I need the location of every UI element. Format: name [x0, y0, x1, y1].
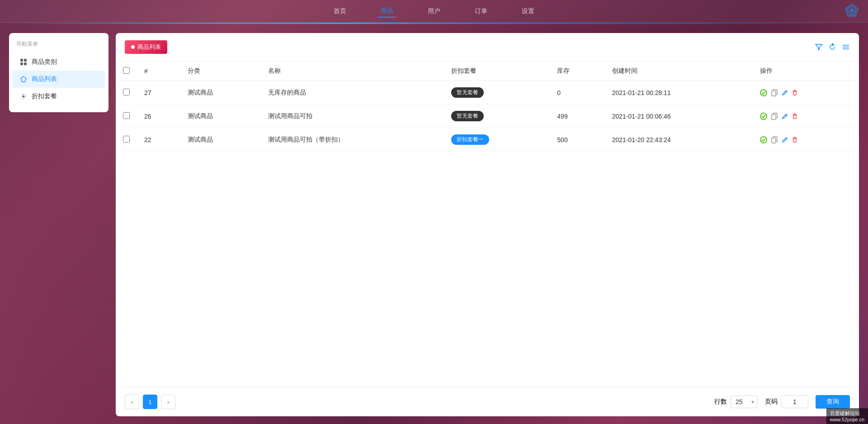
svg-rect-6 [24, 62, 27, 65]
col-header-discount: 折扣套餐 [444, 62, 550, 81]
content-area: 商品列表 [116, 33, 859, 416]
row-discount: 折扣套餐一 [444, 128, 550, 152]
row-id: 27 [137, 81, 180, 105]
row-actions-cell [753, 105, 859, 128]
table-row: 27 测试商品 无库存的商品 暂无套餐 0 2021-01-21 00:28:1… [116, 81, 859, 105]
query-button[interactable]: 查询 [816, 395, 850, 409]
row-checkbox-cell [116, 81, 137, 105]
next-page-btn[interactable]: › [161, 395, 175, 409]
approve-icon[interactable] [760, 113, 767, 120]
sidebar-item-products[interactable]: 商品列表 [13, 71, 105, 88]
row-checkbox-2[interactable] [123, 136, 130, 143]
sidebar: 导航菜单 商品类别 商品列表 [9, 33, 108, 112]
svg-marker-9 [832, 43, 834, 45]
edit-icon[interactable] [782, 137, 788, 143]
nav-item-products[interactable]: 商品 [377, 5, 397, 18]
nav-links: 首页 商品 用户 订单 设置 [330, 5, 538, 18]
col-header-name: 名称 [261, 62, 444, 81]
row-stock: 499 [550, 105, 604, 128]
page-controls: ‹ 1 › [125, 395, 175, 409]
row-size-dropdown[interactable]: 10 25 50 100 [731, 395, 758, 408]
row-discount: 暂无套餐 [444, 81, 550, 105]
table-title-badge: 商品列表 [125, 40, 167, 54]
filter-icon[interactable] [815, 43, 823, 51]
row-checkbox-1[interactable] [123, 112, 130, 119]
top-nav: 首页 商品 用户 订单 设置 [0, 0, 868, 23]
row-stock: 0 [550, 81, 604, 105]
row-category: 测试商品 [180, 105, 261, 128]
row-category: 测试商品 [180, 81, 261, 105]
pagination-area: ‹ 1 › 行数 10 25 50 100 ▼ 页码 [116, 387, 859, 416]
table-actions [815, 43, 850, 51]
data-table: # 分类 名称 折扣套餐 库存 创建时间 操作 27 测试商品 无库存的商品 [116, 62, 859, 387]
prev-page-btn[interactable]: ‹ [125, 395, 139, 409]
delete-icon[interactable] [792, 137, 798, 143]
col-header-category: 分类 [180, 62, 261, 81]
svg-point-23 [760, 137, 767, 143]
sidebar-title: 导航菜单 [9, 40, 108, 53]
nav-item-home[interactable]: 首页 [330, 5, 350, 17]
copy-icon[interactable] [771, 113, 778, 120]
table-row: 26 测试商品 测试用商品可拍 暂无套餐 499 2021-01-21 00:0… [116, 105, 859, 128]
nav-item-settings[interactable]: 设置 [518, 5, 538, 17]
sidebar-item-categories-label: 商品类别 [32, 58, 57, 66]
edit-icon[interactable] [782, 90, 788, 96]
nav-item-orders[interactable]: 订单 [471, 5, 491, 17]
svg-marker-2 [849, 8, 854, 13]
col-header-actions: 操作 [753, 62, 859, 81]
watermark: 百爱破解论坛 www.52pojie.cn [826, 408, 868, 424]
sidebar-item-products-label: 商品列表 [32, 75, 57, 83]
svg-rect-25 [772, 138, 776, 143]
discount-badge: 暂无套餐 [451, 111, 484, 121]
watermark-line2: www.52pojie.cn [830, 417, 864, 422]
copy-icon[interactable] [771, 89, 778, 96]
svg-marker-7 [21, 76, 26, 82]
row-name: 测试用商品可拍 [261, 105, 444, 128]
edit-icon[interactable] [782, 113, 788, 119]
row-id: 26 [137, 105, 180, 128]
refresh-icon[interactable] [828, 43, 836, 51]
grid-icon [20, 58, 27, 66]
select-all-checkbox[interactable] [123, 67, 130, 74]
sidebar-item-categories[interactable]: 商品类别 [13, 53, 105, 71]
delete-icon[interactable] [792, 113, 798, 119]
row-checkbox-cell [116, 105, 137, 128]
page-number-input[interactable] [781, 395, 808, 408]
main-layout: 导航菜单 商品类别 商品列表 [0, 24, 868, 424]
columns-icon[interactable] [842, 43, 850, 51]
nav-item-users[interactable]: 用户 [424, 5, 444, 17]
page-label: 页码 [765, 398, 778, 406]
settings-icon [20, 93, 27, 100]
row-actions [760, 89, 852, 96]
discount-badge: 折扣套餐一 [451, 134, 489, 145]
row-name: 测试用商品可拍（带折扣） [261, 128, 444, 152]
row-checkbox-0[interactable] [123, 89, 130, 95]
svg-rect-3 [20, 59, 23, 62]
row-size-select: 行数 10 25 50 100 ▼ [714, 395, 758, 408]
row-actions-cell [753, 81, 859, 105]
current-page-btn[interactable]: 1 [143, 395, 157, 409]
table-row: 22 测试商品 测试用商品可拍（带折扣） 折扣套餐一 500 2021-01-2… [116, 128, 859, 152]
col-header-created: 创建时间 [605, 62, 753, 81]
svg-line-26 [785, 138, 786, 139]
table-header: 商品列表 [116, 33, 859, 62]
sidebar-item-discounts-label: 折扣套餐 [32, 92, 57, 100]
row-size-label: 行数 [714, 398, 727, 406]
col-header-id: # [137, 62, 180, 81]
row-created: 2021-01-21 00:28:11 [605, 81, 753, 105]
approve-icon[interactable] [760, 136, 767, 143]
svg-rect-20 [772, 114, 776, 119]
approve-icon[interactable] [760, 89, 767, 96]
sidebar-item-discounts[interactable]: 折扣套餐 [13, 88, 105, 105]
discount-badge: 暂无套餐 [451, 87, 484, 98]
delete-icon[interactable] [792, 90, 798, 96]
svg-point-8 [23, 95, 25, 98]
row-created: 2021-01-20 22:43:24 [605, 128, 753, 152]
copy-icon[interactable] [771, 136, 778, 143]
row-actions [760, 113, 852, 120]
svg-line-21 [785, 115, 786, 116]
row-name: 无库存的商品 [261, 81, 444, 105]
col-header-stock: 库存 [550, 62, 604, 81]
svg-line-16 [785, 91, 786, 92]
row-actions [760, 136, 852, 143]
